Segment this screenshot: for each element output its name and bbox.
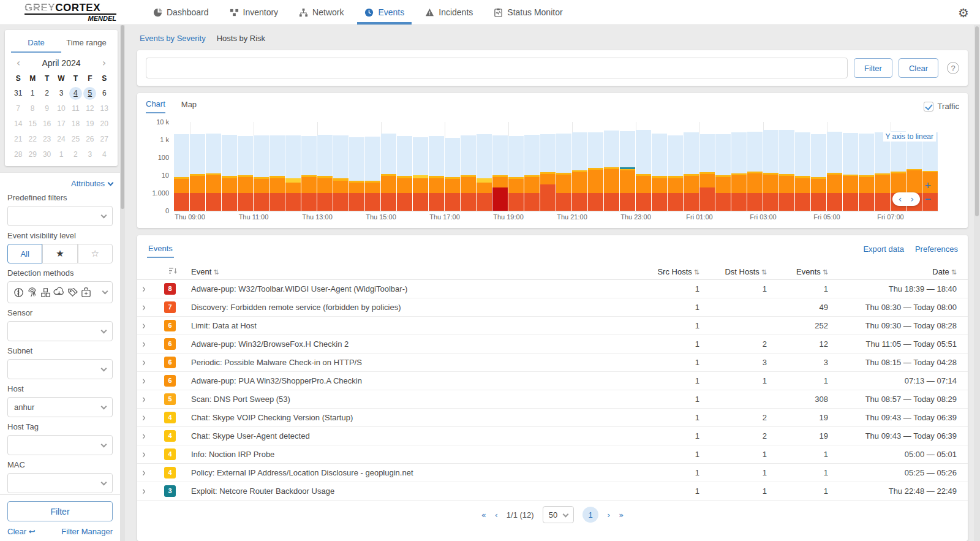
chart-bar[interactable] — [572, 122, 587, 211]
traffic-checkbox[interactable] — [924, 102, 933, 112]
calendar-day-cell[interactable]: 24 — [54, 132, 68, 146]
last-page-icon[interactable]: » — [619, 510, 624, 520]
chart-bar[interactable] — [747, 122, 763, 211]
next-page-icon[interactable]: › — [607, 510, 610, 520]
row-expand-icon[interactable]: › — [142, 319, 146, 333]
row-expand-icon[interactable]: › — [142, 282, 146, 296]
page-scrollbar-thumb[interactable] — [975, 26, 979, 216]
tab-events-by-severity[interactable]: Events by Severity — [140, 34, 206, 43]
host-select[interactable]: anhur — [7, 397, 113, 417]
chart-bar[interactable] — [811, 122, 826, 211]
chart-bar[interactable] — [317, 122, 333, 211]
event-name[interactable]: Chat: Skype VOIP Checking Version (Start… — [191, 413, 353, 422]
calendar-day-cell[interactable]: 2 — [69, 148, 83, 161]
chart-bar[interactable] — [540, 122, 556, 211]
chart-bar[interactable] — [827, 122, 842, 211]
visibility-unstarred-button[interactable]: ☆ — [78, 244, 113, 263]
row-expand-icon[interactable]: › — [142, 337, 146, 351]
preferences-link[interactable]: Preferences — [915, 244, 958, 254]
chart-bar[interactable] — [190, 122, 205, 211]
calendar-day-cell[interactable]: 31 — [11, 86, 25, 100]
mac-select[interactable] — [7, 473, 113, 493]
chart-bar[interactable] — [461, 122, 476, 211]
event-name[interactable]: Adware-pup: PUA Win32/ShopperPro.A Check… — [191, 376, 362, 385]
row-expand-icon[interactable]: › — [142, 484, 146, 498]
clear-filters-link[interactable]: Clear ↩ — [7, 527, 36, 536]
calendar-day-cell[interactable]: 10 — [54, 102, 68, 115]
calendar-day-cell[interactable]: 29 — [25, 148, 39, 161]
calendar-day-cell[interactable]: 2 — [40, 86, 54, 100]
events-table-tab[interactable]: Events — [147, 240, 174, 258]
chart-bar[interactable] — [238, 122, 253, 211]
prev-page-icon[interactable]: ‹ — [495, 510, 498, 520]
calendar-next-icon[interactable]: › — [98, 58, 110, 69]
filter-clear-button[interactable]: Clear — [899, 58, 938, 78]
chart-bar[interactable] — [477, 122, 492, 211]
row-expand-icon[interactable]: › — [142, 410, 146, 425]
event-table-row[interactable]: ›4Chat: Skype VOIP Checking Version (Sta… — [137, 409, 968, 427]
pan-left-icon[interactable]: ‹ — [899, 194, 902, 204]
row-expand-icon[interactable]: › — [142, 300, 146, 314]
chart-bar[interactable] — [333, 122, 349, 211]
calendar-day-cell[interactable]: 5 — [83, 86, 97, 100]
calendar-day-cell[interactable]: 9 — [40, 102, 54, 115]
sidebar-scrollbar-thumb[interactable] — [121, 25, 124, 209]
event-table-row[interactable]: ›5Scan: DNS Port Sweep (53)1308Thu 08:57… — [137, 390, 968, 409]
chart-bar[interactable] — [349, 122, 364, 211]
tab-chart[interactable]: Chart — [146, 99, 165, 113]
chart-bar[interactable] — [429, 122, 444, 211]
chart-bar[interactable] — [779, 122, 794, 211]
detection-methods-select[interactable] — [7, 281, 113, 303]
calendar-day-cell[interactable]: 20 — [97, 117, 111, 131]
chart-bar[interactable] — [763, 122, 778, 211]
chart-bar[interactable] — [397, 122, 412, 211]
traffic-toggle[interactable]: Traffic — [924, 102, 959, 112]
nav-item-events[interactable]: Events — [364, 0, 404, 25]
chart-bar[interactable] — [699, 122, 715, 211]
calendar-day-cell[interactable]: 4 — [69, 86, 83, 100]
calendar-day-cell[interactable]: 13 — [97, 102, 111, 115]
event-table-row[interactable]: ›8Adware-pup: W32/Toolbar.WIDGI User-Age… — [137, 280, 968, 298]
sidebar-filter-button[interactable]: Filter — [7, 501, 113, 521]
column-header-src-hosts[interactable]: Src Hosts⇅ — [637, 264, 704, 280]
chart-bar[interactable] — [731, 122, 747, 211]
current-page-button[interactable]: 1 — [582, 507, 598, 523]
chart-bar[interactable] — [285, 122, 301, 211]
pan-right-icon[interactable]: › — [910, 194, 914, 204]
chart-plot[interactable]: 10 k1 k100101.0000 — [174, 122, 938, 211]
row-expand-icon[interactable]: › — [142, 374, 146, 388]
column-header-dst-hosts[interactable]: Dst Hosts⇅ — [704, 264, 772, 280]
chart-bar[interactable] — [492, 122, 508, 211]
calendar-day-cell[interactable]: 19 — [83, 117, 97, 131]
event-table-row[interactable]: ›3Exploit: Netcore Router Backdoor Usage… — [137, 482, 968, 501]
export-data-link[interactable]: Export data — [863, 244, 904, 254]
filter-manager-link[interactable]: Filter Manager — [61, 527, 113, 536]
chart-bar[interactable] — [668, 122, 683, 211]
nav-item-dashboard[interactable]: Dashboard — [153, 0, 209, 25]
calendar-day-cell[interactable]: 1 — [25, 86, 39, 100]
chart-bar[interactable] — [715, 122, 731, 211]
event-name[interactable]: Scan: DNS Port Sweep (53) — [191, 395, 290, 404]
chart-bar[interactable] — [222, 122, 237, 211]
chart-bar[interactable] — [652, 122, 667, 211]
calendar-day-cell[interactable]: 14 — [11, 117, 25, 131]
chart-bar[interactable] — [636, 122, 651, 211]
first-page-icon[interactable]: « — [481, 510, 486, 520]
column-header-event[interactable]: Event⇅ — [186, 264, 637, 280]
chart-bar[interactable] — [620, 122, 635, 211]
chart-bar[interactable] — [508, 122, 524, 211]
predefined-filters-select[interactable] — [7, 206, 113, 226]
calendar-tab-time-range[interactable]: Time range — [61, 34, 111, 53]
event-table-row[interactable]: ›7Discovery: Forbidden remote service (f… — [137, 298, 968, 317]
event-table-row[interactable]: ›4Chat: Skype User-Agent detected1219Thu… — [137, 427, 968, 445]
chart-bar[interactable] — [795, 122, 810, 211]
event-table-row[interactable]: ›4Info: Noction IRP Probe11105:00 — 05:0… — [137, 445, 968, 464]
severity-sort-header[interactable] — [159, 264, 186, 280]
calendar-day-cell[interactable]: 25 — [69, 132, 83, 146]
calendar-day-cell[interactable]: 4 — [97, 148, 111, 161]
event-name[interactable]: Adware-pup: Win32/BrowseFox.H Checkin 2 — [191, 339, 349, 349]
chart-bar[interactable] — [301, 122, 317, 211]
event-table-row[interactable]: ›6Adware-pup: Win32/BrowseFox.H Checkin … — [137, 335, 968, 354]
calendar-day-cell[interactable]: 21 — [11, 132, 25, 146]
column-header-events[interactable]: Events⇅ — [772, 264, 833, 280]
